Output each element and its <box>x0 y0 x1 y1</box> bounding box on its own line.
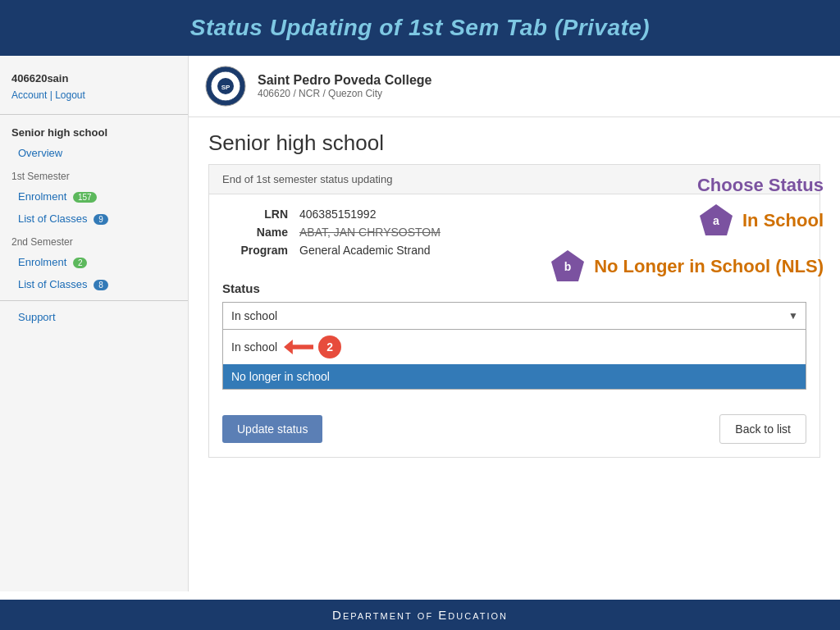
name-value: ABAT, JAN CHRYSOSTOM <box>299 226 441 239</box>
dropdown-options: In school 2 No longer in school <box>222 330 806 390</box>
dropdown-option-nls[interactable]: No longer in school <box>223 364 806 389</box>
arrow-indicator: 2 <box>284 336 341 358</box>
main-content: SP Saint Pedro Poveda College 406620 / N… <box>189 56 840 591</box>
circle-badge-2: 2 <box>318 336 341 358</box>
sidebar-username: 406620sain <box>0 64 188 89</box>
school-info: Saint Pedro Poveda College 406620 / NCR … <box>258 73 432 99</box>
svg-text:a: a <box>713 214 719 227</box>
option-nls-label: No longer in school <box>231 370 330 383</box>
sidebar-divider-2 <box>0 300 188 301</box>
sidebar-section-shs: Senior high school <box>0 120 188 142</box>
school-sub: 406620 / NCR / Quezon City <box>258 88 432 99</box>
sidebar-divider-1 <box>0 114 188 115</box>
annotation-item-a: a In School <box>550 203 824 239</box>
overview-link[interactable]: Overview <box>18 147 62 159</box>
sidebar-sem2-label: 2nd Semester <box>0 230 188 251</box>
page-header: Status Updating of 1st Sem Tab (Private) <box>0 0 840 56</box>
header-title: Status Updating of 1st Sem Tab (Private) <box>190 15 650 40</box>
pentagon-a-icon: a <box>698 203 734 239</box>
logout-link[interactable]: Logout <box>55 89 85 101</box>
sidebar-item-enrolment2[interactable]: Enrolment 2 <box>0 251 188 273</box>
annotation-item-b: b No Longer in School (NLS) <box>550 249 824 285</box>
page-title: Senior high school <box>208 130 820 156</box>
buttons-row: Update status Back to list <box>209 414 819 457</box>
sidebar: 406620sain Account | Logout Senior high … <box>0 56 189 591</box>
footer-text: Department of Education <box>332 608 508 622</box>
page-footer: Department of Education <box>0 600 840 630</box>
svg-text:b: b <box>564 260 572 273</box>
pentagon-b-icon: b <box>550 249 586 285</box>
sidebar-item-support[interactable]: Support <box>0 306 188 328</box>
enrolment2-link[interactable]: Enrolment <box>18 256 66 268</box>
annotation-area: Choose Status a In School b No Longer <box>550 175 824 294</box>
choose-status-label: Choose Status <box>550 175 824 196</box>
content-body: Choose Status a In School b No Longer <box>189 117 840 471</box>
sidebar-sem1-label: 1st Semester <box>0 164 188 185</box>
program-value: General Academic Strand <box>299 244 431 257</box>
status-select-wrapper[interactable]: In school No longer in school ▼ <box>222 302 806 330</box>
sidebar-item-overview[interactable]: Overview <box>0 142 188 164</box>
annotation-text-b: No Longer in School (NLS) <box>594 256 824 277</box>
school-header: SP Saint Pedro Poveda College 406620 / N… <box>189 56 840 117</box>
enrolment2-badge: 2 <box>73 258 88 268</box>
school-logo: SP <box>205 66 246 107</box>
enrolment1-link[interactable]: Enrolment <box>18 190 66 203</box>
svg-text:SP: SP <box>221 84 231 91</box>
dropdown-option-in-school[interactable]: In school 2 <box>223 330 806 364</box>
name-label: Name <box>222 226 288 239</box>
lrn-label: LRN <box>222 208 288 221</box>
enrolment1-badge: 157 <box>73 192 97 203</box>
account-link[interactable]: Account <box>11 89 47 101</box>
program-label: Program <box>222 244 288 257</box>
arrow-left-icon <box>284 340 313 354</box>
status-section: Status In school No longer in school ▼ I… <box>209 281 819 403</box>
update-status-button[interactable]: Update status <box>222 415 322 443</box>
list1-link[interactable]: List of Classes <box>18 212 88 225</box>
school-name: Saint Pedro Poveda College <box>258 73 432 88</box>
sidebar-account-links: Account | Logout <box>0 89 188 109</box>
lrn-value: 406385151992 <box>299 208 376 221</box>
option-in-school-label: In school <box>231 340 277 354</box>
sidebar-item-enrolment1[interactable]: Enrolment 157 <box>0 185 188 208</box>
support-link[interactable]: Support <box>18 311 56 323</box>
sidebar-item-list2[interactable]: List of Classes 8 <box>0 273 188 295</box>
list1-badge: 9 <box>94 214 108 225</box>
back-to-list-button[interactable]: Back to list <box>719 414 806 444</box>
sidebar-item-list1[interactable]: List of Classes 9 <box>0 208 188 230</box>
list2-link[interactable]: List of Classes <box>18 278 88 290</box>
list2-badge: 8 <box>94 280 108 290</box>
annotation-text-a: In School <box>742 210 824 231</box>
status-select[interactable]: In school No longer in school <box>222 302 806 330</box>
